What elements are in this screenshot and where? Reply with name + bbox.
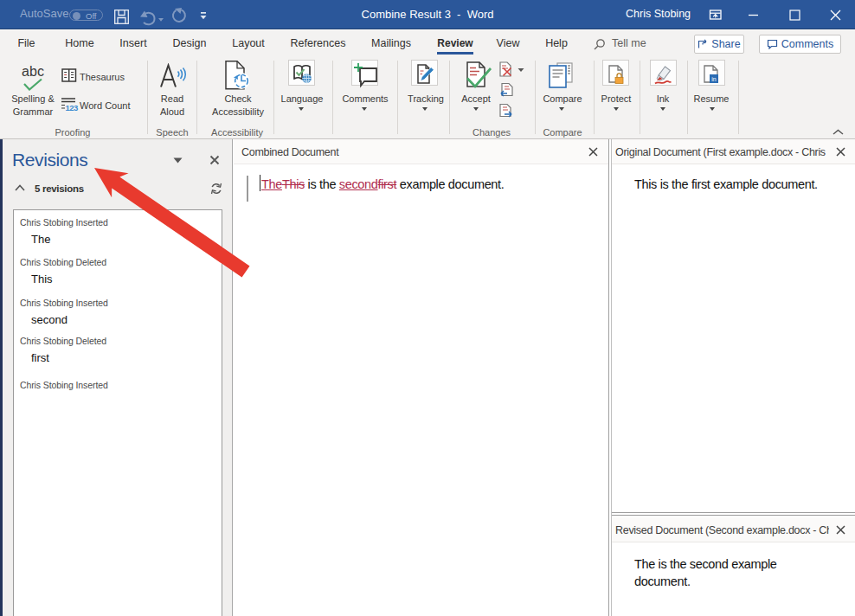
svg-text:in: in <box>711 76 717 82</box>
svg-text:123: 123 <box>66 103 79 112</box>
